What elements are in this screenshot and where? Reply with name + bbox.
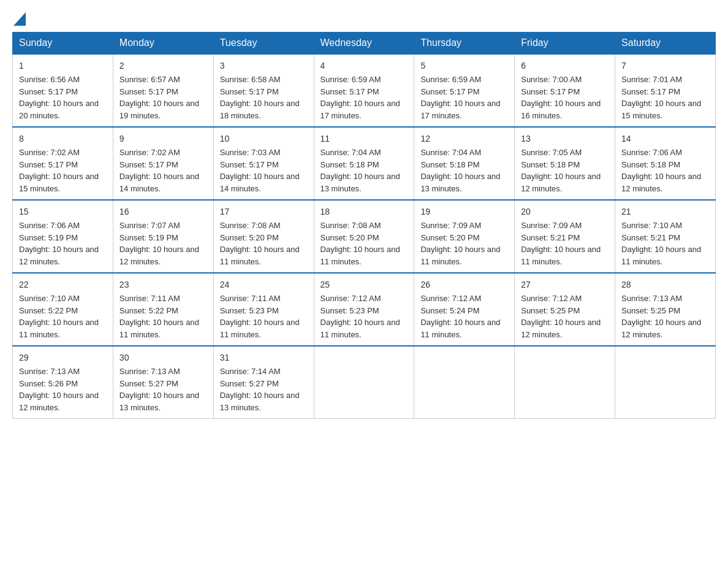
day-info: Sunrise: 7:10 AMSunset: 5:22 PMDaylight:… xyxy=(19,294,99,339)
calendar-week-row: 22Sunrise: 7:10 AMSunset: 5:22 PMDayligh… xyxy=(13,273,716,346)
day-info: Sunrise: 7:08 AMSunset: 5:20 PMDaylight:… xyxy=(220,221,300,266)
day-number: 13 xyxy=(521,132,609,145)
day-info: Sunrise: 6:58 AMSunset: 5:17 PMDaylight:… xyxy=(220,75,300,120)
day-number: 25 xyxy=(320,278,408,291)
day-number: 26 xyxy=(420,278,508,291)
day-number: 4 xyxy=(320,59,408,72)
day-number: 27 xyxy=(521,278,609,291)
calendar-cell: 30Sunrise: 7:13 AMSunset: 5:27 PMDayligh… xyxy=(113,346,213,419)
day-number: 20 xyxy=(521,205,609,218)
calendar-cell: 26Sunrise: 7:12 AMSunset: 5:24 PMDayligh… xyxy=(414,273,515,346)
day-info: Sunrise: 7:12 AMSunset: 5:25 PMDaylight:… xyxy=(521,294,601,339)
day-number: 3 xyxy=(220,59,308,72)
day-info: Sunrise: 7:04 AMSunset: 5:18 PMDaylight:… xyxy=(420,148,500,193)
calendar-week-row: 8Sunrise: 7:02 AMSunset: 5:17 PMDaylight… xyxy=(13,127,716,200)
day-number: 7 xyxy=(621,59,709,72)
calendar-cell: 8Sunrise: 7:02 AMSunset: 5:17 PMDaylight… xyxy=(13,127,113,200)
calendar-cell: 6Sunrise: 7:00 AMSunset: 5:17 PMDaylight… xyxy=(515,54,615,127)
day-info: Sunrise: 6:59 AMSunset: 5:17 PMDaylight:… xyxy=(320,75,400,120)
day-number: 1 xyxy=(19,59,107,72)
logo xyxy=(12,12,26,26)
day-info: Sunrise: 6:57 AMSunset: 5:17 PMDaylight:… xyxy=(119,75,199,120)
day-info: Sunrise: 7:09 AMSunset: 5:20 PMDaylight:… xyxy=(420,221,500,266)
day-info: Sunrise: 6:59 AMSunset: 5:17 PMDaylight:… xyxy=(420,75,500,120)
calendar-cell: 31Sunrise: 7:14 AMSunset: 5:27 PMDayligh… xyxy=(213,346,314,419)
day-info: Sunrise: 7:03 AMSunset: 5:17 PMDaylight:… xyxy=(220,148,300,193)
day-number: 12 xyxy=(420,132,508,145)
day-info: Sunrise: 7:02 AMSunset: 5:17 PMDaylight:… xyxy=(119,148,199,193)
calendar-week-row: 15Sunrise: 7:06 AMSunset: 5:19 PMDayligh… xyxy=(13,200,716,273)
svg-marker-0 xyxy=(13,12,26,26)
day-number: 10 xyxy=(220,132,308,145)
calendar-cell: 13Sunrise: 7:05 AMSunset: 5:18 PMDayligh… xyxy=(515,127,615,200)
calendar-cell: 10Sunrise: 7:03 AMSunset: 5:17 PMDayligh… xyxy=(213,127,314,200)
calendar-cell: 24Sunrise: 7:11 AMSunset: 5:23 PMDayligh… xyxy=(213,273,314,346)
day-header-tuesday: Tuesday xyxy=(213,33,314,55)
day-number: 22 xyxy=(19,278,107,291)
calendar-cell: 3Sunrise: 6:58 AMSunset: 5:17 PMDaylight… xyxy=(213,54,314,127)
calendar-week-row: 1Sunrise: 6:56 AMSunset: 5:17 PMDaylight… xyxy=(13,54,716,127)
calendar-cell: 20Sunrise: 7:09 AMSunset: 5:21 PMDayligh… xyxy=(515,200,615,273)
calendar-cell: 7Sunrise: 7:01 AMSunset: 5:17 PMDaylight… xyxy=(615,54,716,127)
calendar-cell: 18Sunrise: 7:08 AMSunset: 5:20 PMDayligh… xyxy=(314,200,414,273)
page-header xyxy=(12,12,716,26)
day-number: 30 xyxy=(119,351,207,364)
day-info: Sunrise: 7:04 AMSunset: 5:18 PMDaylight:… xyxy=(320,148,400,193)
calendar-cell xyxy=(414,346,515,419)
day-info: Sunrise: 7:00 AMSunset: 5:17 PMDaylight:… xyxy=(521,75,601,120)
day-number: 17 xyxy=(220,205,308,218)
day-info: Sunrise: 7:10 AMSunset: 5:21 PMDaylight:… xyxy=(621,221,701,266)
day-info: Sunrise: 7:12 AMSunset: 5:23 PMDaylight:… xyxy=(320,294,400,339)
day-header-monday: Monday xyxy=(113,33,213,55)
logo-triangle-icon xyxy=(13,12,26,26)
day-info: Sunrise: 7:11 AMSunset: 5:22 PMDaylight:… xyxy=(119,294,199,339)
day-header-thursday: Thursday xyxy=(414,33,515,55)
calendar-cell: 15Sunrise: 7:06 AMSunset: 5:19 PMDayligh… xyxy=(13,200,113,273)
calendar-table: SundayMondayTuesdayWednesdayThursdayFrid… xyxy=(12,32,716,419)
calendar-header-row: SundayMondayTuesdayWednesdayThursdayFrid… xyxy=(13,33,716,55)
day-number: 6 xyxy=(521,59,609,72)
day-number: 18 xyxy=(320,205,408,218)
day-info: Sunrise: 7:05 AMSunset: 5:18 PMDaylight:… xyxy=(521,148,601,193)
day-number: 8 xyxy=(19,132,107,145)
calendar-cell: 21Sunrise: 7:10 AMSunset: 5:21 PMDayligh… xyxy=(615,200,716,273)
day-info: Sunrise: 7:06 AMSunset: 5:18 PMDaylight:… xyxy=(621,148,701,193)
day-number: 29 xyxy=(19,351,107,364)
day-info: Sunrise: 7:08 AMSunset: 5:20 PMDaylight:… xyxy=(320,221,400,266)
day-info: Sunrise: 7:11 AMSunset: 5:23 PMDaylight:… xyxy=(220,294,300,339)
day-info: Sunrise: 7:13 AMSunset: 5:27 PMDaylight:… xyxy=(119,367,199,412)
day-number: 28 xyxy=(621,278,709,291)
day-header-saturday: Saturday xyxy=(615,33,716,55)
day-info: Sunrise: 6:56 AMSunset: 5:17 PMDaylight:… xyxy=(19,75,99,120)
calendar-cell: 17Sunrise: 7:08 AMSunset: 5:20 PMDayligh… xyxy=(213,200,314,273)
day-info: Sunrise: 7:01 AMSunset: 5:17 PMDaylight:… xyxy=(621,75,701,120)
calendar-cell: 23Sunrise: 7:11 AMSunset: 5:22 PMDayligh… xyxy=(113,273,213,346)
day-number: 23 xyxy=(119,278,207,291)
day-number: 2 xyxy=(119,59,207,72)
calendar-cell: 19Sunrise: 7:09 AMSunset: 5:20 PMDayligh… xyxy=(414,200,515,273)
day-info: Sunrise: 7:13 AMSunset: 5:26 PMDaylight:… xyxy=(19,367,99,412)
day-info: Sunrise: 7:14 AMSunset: 5:27 PMDaylight:… xyxy=(220,367,300,412)
calendar-cell: 22Sunrise: 7:10 AMSunset: 5:22 PMDayligh… xyxy=(13,273,113,346)
calendar-cell xyxy=(615,346,716,419)
day-info: Sunrise: 7:06 AMSunset: 5:19 PMDaylight:… xyxy=(19,221,99,266)
day-number: 5 xyxy=(420,59,508,72)
day-number: 11 xyxy=(320,132,408,145)
calendar-cell: 27Sunrise: 7:12 AMSunset: 5:25 PMDayligh… xyxy=(515,273,615,346)
day-header-sunday: Sunday xyxy=(13,33,113,55)
day-number: 31 xyxy=(220,351,308,364)
day-header-wednesday: Wednesday xyxy=(314,33,414,55)
day-header-friday: Friday xyxy=(515,33,615,55)
calendar-cell: 11Sunrise: 7:04 AMSunset: 5:18 PMDayligh… xyxy=(314,127,414,200)
calendar-cell: 2Sunrise: 6:57 AMSunset: 5:17 PMDaylight… xyxy=(113,54,213,127)
day-info: Sunrise: 7:02 AMSunset: 5:17 PMDaylight:… xyxy=(19,148,99,193)
day-info: Sunrise: 7:09 AMSunset: 5:21 PMDaylight:… xyxy=(521,221,601,266)
day-number: 21 xyxy=(621,205,709,218)
day-info: Sunrise: 7:07 AMSunset: 5:19 PMDaylight:… xyxy=(119,221,199,266)
calendar-cell: 28Sunrise: 7:13 AMSunset: 5:25 PMDayligh… xyxy=(615,273,716,346)
calendar-cell: 4Sunrise: 6:59 AMSunset: 5:17 PMDaylight… xyxy=(314,54,414,127)
calendar-cell: 12Sunrise: 7:04 AMSunset: 5:18 PMDayligh… xyxy=(414,127,515,200)
calendar-cell xyxy=(314,346,414,419)
day-number: 9 xyxy=(119,132,207,145)
day-number: 16 xyxy=(119,205,207,218)
